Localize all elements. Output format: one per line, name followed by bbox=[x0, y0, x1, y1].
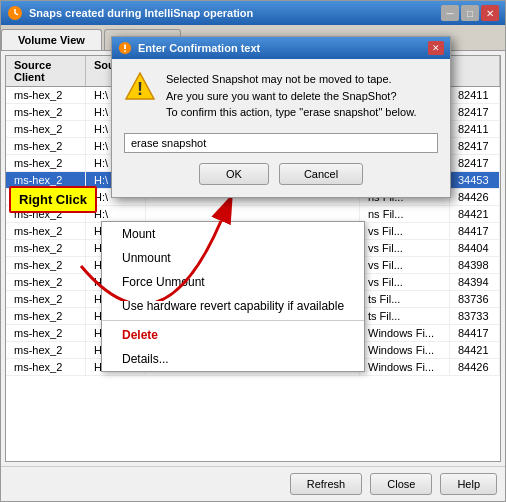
warning-icon: ! bbox=[124, 71, 156, 103]
dialog-message-2: Are you sure you want to delete the Snap… bbox=[166, 88, 417, 105]
svg-text:!: ! bbox=[137, 79, 143, 99]
dialog-message-3: To confirm this action, type "erase snap… bbox=[166, 104, 417, 121]
dialog-ok-button[interactable]: OK bbox=[199, 163, 269, 185]
svg-point-3 bbox=[124, 50, 126, 52]
dialog-overlay: Enter Confirmation text ✕ ! Selected Sna… bbox=[1, 1, 505, 501]
dialog-title-bar: Enter Confirmation text ✕ bbox=[112, 37, 450, 59]
dialog-close-button[interactable]: ✕ bbox=[428, 41, 444, 55]
dialog-cancel-button[interactable]: Cancel bbox=[279, 163, 363, 185]
dialog-buttons: OK Cancel bbox=[124, 163, 438, 185]
dialog-title-area: Enter Confirmation text bbox=[118, 41, 260, 55]
confirmation-input[interactable] bbox=[124, 133, 438, 153]
dialog-text-block: Selected Snapshot may not be moved to ta… bbox=[166, 71, 417, 121]
dialog-message-area: ! Selected Snapshot may not be moved to … bbox=[124, 71, 438, 121]
dialog-message-1: Selected Snapshot may not be moved to ta… bbox=[166, 71, 417, 88]
dialog-title-text: Enter Confirmation text bbox=[138, 42, 260, 54]
dialog-icon bbox=[118, 41, 132, 55]
dialog-body: ! Selected Snapshot may not be moved to … bbox=[112, 59, 450, 197]
confirmation-dialog: Enter Confirmation text ✕ ! Selected Sna… bbox=[111, 36, 451, 198]
main-window: Snaps created during IntelliSnap operati… bbox=[0, 0, 506, 502]
